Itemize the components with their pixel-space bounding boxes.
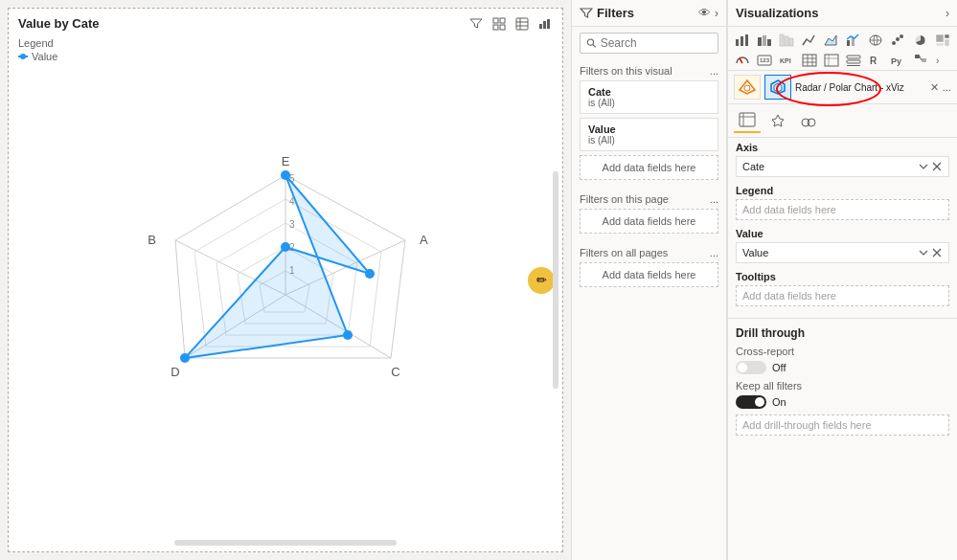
viz-icon-kpi[interactable]: KPI — [776, 51, 797, 70]
tooltips-field-empty[interactable]: Add data fields here — [736, 285, 949, 306]
viz-icon-stacked-bar[interactable] — [776, 31, 797, 50]
toggle-thumb — [738, 363, 747, 372]
svg-rect-41 — [745, 34, 748, 46]
svg-point-53 — [892, 41, 896, 45]
viz-icon-matrix[interactable] — [821, 51, 842, 70]
drill-empty-box[interactable]: Add drill-through fields here — [736, 414, 949, 436]
svg-rect-64 — [803, 55, 816, 66]
chart-title: Value by Cate — [18, 16, 100, 31]
viz-sub-format-icon[interactable] — [764, 108, 791, 133]
search-input[interactable] — [601, 36, 712, 50]
value-filter-card[interactable]: Value is (All) — [580, 118, 718, 151]
legend-field-empty[interactable]: Add data fields here — [736, 199, 949, 220]
viz-icon-scatter[interactable] — [887, 31, 908, 50]
svg-text:E: E — [282, 154, 290, 168]
svg-line-79 — [920, 56, 922, 60]
drill-cross-report-label: Cross-report — [736, 346, 949, 357]
viz-icon-more[interactable]: › — [932, 51, 953, 70]
tooltips-field-row: Tooltips Add data fields here — [736, 271, 949, 306]
viz-icon-table[interactable] — [799, 51, 820, 70]
svg-rect-40 — [741, 36, 743, 46]
viz-icon-custom1[interactable] — [734, 75, 761, 100]
chart-scrollbar-vertical[interactable] — [553, 171, 558, 389]
svg-point-37 — [587, 39, 593, 45]
svg-point-35 — [180, 353, 190, 363]
viz-icon-custom2[interactable] — [764, 75, 791, 100]
svg-rect-72 — [847, 56, 860, 58]
viz-icon-decomp[interactable] — [910, 51, 931, 70]
viz-icon-python[interactable]: Py — [887, 51, 908, 70]
svg-rect-73 — [847, 60, 860, 63]
cross-report-toggle[interactable] — [736, 361, 766, 374]
viz-close-icon[interactable]: ✕ — [930, 81, 939, 94]
table-view-icon[interactable] — [513, 14, 532, 34]
viz-icon-treemap[interactable] — [932, 31, 953, 50]
radar-chart: E A C D B 1 2 3 4 5 — [9, 66, 562, 523]
legend-field-row: Legend Add data fields here — [736, 185, 949, 220]
legend-item-label: Value — [32, 51, 57, 62]
svg-rect-48 — [847, 40, 850, 46]
viz-icon-gauge[interactable] — [732, 51, 753, 70]
filter-icon[interactable] — [467, 14, 486, 34]
svg-rect-9 — [543, 21, 546, 29]
chart-scrollbar-horizontal[interactable] — [174, 540, 396, 546]
svg-text:3: 3 — [289, 219, 295, 230]
viz-icon-line[interactable] — [799, 31, 820, 50]
viz-panel: Visualizations › — [727, 0, 957, 560]
filters-panel-title: Filters — [597, 6, 695, 20]
keep-filters-label: Keep all filters — [736, 380, 949, 392]
bar-view-icon[interactable] — [535, 14, 555, 34]
axis-expand-icon — [918, 161, 929, 172]
axis-field-row: Axis Cate — [736, 142, 949, 177]
axis-close-icon[interactable] — [931, 161, 943, 172]
viz-icon-combo[interactable] — [843, 31, 864, 50]
value-field-value[interactable]: Value — [736, 242, 949, 263]
viz-icon-pie[interactable] — [910, 31, 931, 50]
svg-line-38 — [593, 44, 596, 47]
viz-sub-row — [728, 104, 957, 138]
value-expand-icon — [918, 247, 929, 258]
axis-field-value[interactable]: Cate — [736, 156, 949, 177]
svg-rect-45 — [780, 34, 784, 46]
value-close-icon[interactable] — [931, 247, 943, 258]
viz-icon-area[interactable] — [821, 31, 842, 50]
svg-text:›: › — [936, 56, 939, 66]
svg-text:R: R — [870, 56, 877, 66]
chart-toolbar — [467, 14, 555, 34]
svg-text:D: D — [171, 365, 179, 379]
viz-icon-slicer[interactable] — [843, 51, 864, 70]
viz-header: Visualizations › — [728, 0, 957, 27]
add-page-data-btn[interactable]: Add data fields here — [580, 209, 718, 234]
keep-filters-toggle[interactable] — [736, 395, 766, 409]
viz-icon-clustered-bar[interactable] — [754, 31, 775, 50]
eye-icon[interactable]: 👁 — [698, 6, 711, 20]
viz-icon-barchart[interactable] — [732, 31, 753, 50]
viz-selected-row: Radar / Polar Chart - xViz ✕ ... — [728, 71, 957, 104]
value-filter-label: Value — [588, 123, 710, 135]
add-visual-data-btn[interactable]: Add data fields here — [580, 155, 718, 180]
viz-more-icon[interactable]: ... — [943, 81, 951, 93]
legend-color-dot — [18, 56, 28, 57]
viz-icon-card[interactable]: 123 — [754, 51, 775, 70]
expand-icon[interactable]: › — [715, 6, 718, 20]
svg-text:A: A — [420, 233, 428, 247]
cross-report-toggle-row: Off — [736, 361, 949, 374]
viz-icon-map[interactable] — [865, 31, 886, 50]
filters-page-title: Filters on this page ... — [580, 188, 718, 209]
svg-rect-3 — [500, 25, 505, 30]
viz-expand-icon[interactable]: › — [946, 7, 949, 20]
svg-text:B: B — [148, 233, 156, 247]
viz-sub-analytics-icon[interactable] — [795, 108, 822, 133]
filters-panel: Filters 👁 › Filters on this visual ... C… — [571, 0, 727, 560]
svg-rect-47 — [789, 38, 793, 46]
svg-marker-84 — [774, 83, 782, 92]
svg-text:Py: Py — [891, 56, 901, 66]
viz-sub-fields-icon[interactable] — [734, 108, 761, 133]
add-all-data-btn[interactable]: Add data fields here — [580, 262, 718, 287]
viz-icon-r-script[interactable]: R — [865, 51, 886, 70]
cross-report-value: Off — [772, 362, 786, 373]
focus-icon[interactable] — [490, 14, 509, 34]
cate-filter-card[interactable]: Cate is (All) — [580, 80, 718, 114]
viz-title: Visualizations — [736, 6, 942, 20]
svg-rect-4 — [516, 18, 528, 30]
